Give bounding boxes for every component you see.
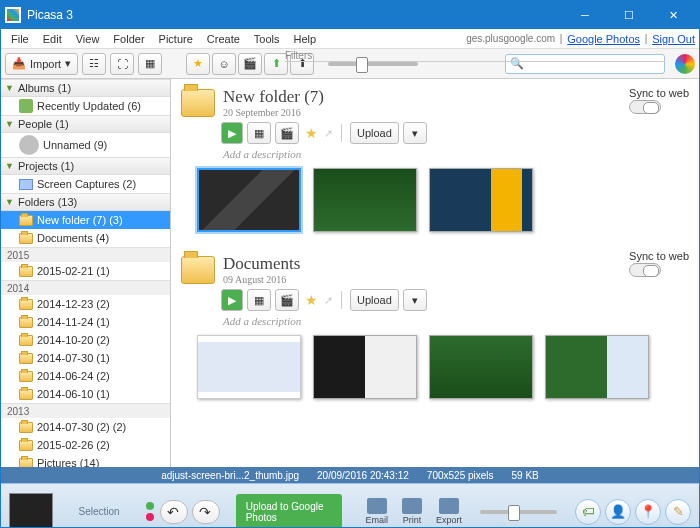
sync-to-web[interactable]: Sync to web — [629, 87, 689, 114]
menubar: File Edit View Folder Picture Create Too… — [1, 29, 699, 49]
filter-star[interactable]: ★ — [186, 53, 210, 75]
sidebar-folder-item[interactable]: 2015-02-26 (2) — [1, 436, 170, 454]
album-icon — [19, 99, 33, 113]
filter-face[interactable]: ☺ — [212, 53, 236, 75]
google-photos-link[interactable]: Google Photos — [567, 33, 640, 45]
thumbnail[interactable] — [313, 335, 417, 399]
upload-button[interactable]: Upload — [350, 289, 399, 311]
tool-btn-2[interactable]: ⛶ — [110, 53, 134, 75]
thumbnail[interactable] — [545, 335, 649, 399]
status-dim: 700x525 pixels — [427, 470, 494, 481]
sidebar-people-header[interactable]: ▼People (1) — [1, 115, 170, 133]
sidebar-item-screen-captures[interactable]: Screen Captures (2) — [1, 175, 170, 193]
bottombar: Selection ↶ ↷ Upload to Google Photos Em… — [1, 483, 699, 528]
sidebar-albums-header[interactable]: ▼Albums (1) — [1, 79, 170, 97]
menu-folder[interactable]: Folder — [107, 31, 150, 47]
sidebar-folder-item[interactable]: 2014-12-23 (2) — [1, 295, 170, 313]
sidebar-item-unnamed[interactable]: Unnamed (9) — [1, 133, 170, 157]
tool-btn-3[interactable]: ▦ — [138, 53, 162, 75]
maximize-button[interactable]: ☐ — [607, 1, 651, 29]
upload-dropdown[interactable]: ▾ — [403, 289, 427, 311]
sidebar-folder-item[interactable]: 2015-02-21 (1) — [1, 262, 170, 280]
tool-btn-1[interactable]: ☷ — [82, 53, 106, 75]
geo-tag-button[interactable]: 📍 — [635, 499, 661, 525]
collage-button[interactable]: ▦ — [247, 289, 271, 311]
upload-google-photos-button[interactable]: Upload to Google Photos — [236, 494, 342, 529]
menu-file[interactable]: File — [5, 31, 35, 47]
rotate-right-button[interactable]: ↷ — [192, 500, 220, 524]
app-logo-icon — [5, 7, 21, 23]
description-field[interactable]: Add a description — [223, 148, 689, 160]
menu-create[interactable]: Create — [201, 31, 246, 47]
email-button[interactable]: Email — [366, 498, 389, 525]
import-button[interactable]: 📥Import▾ — [5, 53, 78, 75]
sidebar-folder-item[interactable]: 2014-06-24 (2) — [1, 367, 170, 385]
thumbnail[interactable] — [313, 168, 417, 232]
filter-slider[interactable] — [328, 62, 418, 66]
thumbnail[interactable] — [197, 335, 301, 399]
sidebar-year: 2015 — [1, 247, 170, 262]
sidebar-item-recently-updated[interactable]: Recently Updated (6) — [1, 97, 170, 115]
people-tag-button[interactable]: 👤 — [605, 499, 631, 525]
folder-icon — [19, 371, 33, 382]
folder-tools: ▶▦🎬★➚Upload▾ — [221, 289, 689, 311]
folder-icon — [19, 335, 33, 346]
folder-header: New folder (7)20 September 2016 — [181, 87, 689, 118]
movie-button[interactable]: 🎬 — [275, 122, 299, 144]
sidebar-folder-item[interactable]: 2014-07-30 (2) (2) — [1, 418, 170, 436]
import-icon: 📥 — [12, 57, 26, 70]
window-title: Picasa 3 — [27, 8, 563, 22]
menu-edit[interactable]: Edit — [37, 31, 68, 47]
print-button[interactable]: Print — [402, 498, 422, 525]
thumbnail[interactable] — [197, 168, 301, 232]
sidebar-projects-header[interactable]: ▼Projects (1) — [1, 157, 170, 175]
filter-movie[interactable]: 🎬 — [238, 53, 262, 75]
play-button[interactable]: ▶ — [221, 122, 243, 144]
star-icon[interactable]: ★ — [303, 125, 320, 141]
selection-thumbnail[interactable] — [9, 493, 53, 529]
print-icon — [402, 498, 422, 514]
menu-view[interactable]: View — [70, 31, 106, 47]
upload-button[interactable]: Upload — [350, 122, 399, 144]
share-icon[interactable]: ➚ — [324, 127, 333, 140]
upload-dropdown[interactable]: ▾ — [403, 122, 427, 144]
google-photos-icon[interactable] — [675, 54, 695, 74]
zoom-slider[interactable] — [480, 510, 557, 514]
pink-pin-icon[interactable] — [146, 513, 154, 521]
collage-button[interactable]: ▦ — [247, 122, 271, 144]
thumbnail[interactable] — [429, 168, 533, 232]
description-field[interactable]: Add a description — [223, 315, 689, 327]
menu-help[interactable]: Help — [288, 31, 323, 47]
export-icon — [439, 498, 459, 514]
folder-date: 20 September 2016 — [223, 107, 324, 118]
info-button[interactable]: ✎ — [665, 499, 691, 525]
movie-button[interactable]: 🎬 — [275, 289, 299, 311]
sidebar-folder-item[interactable]: 2014-11-24 (1) — [1, 313, 170, 331]
sidebar-folder-item[interactable]: 2014-10-20 (2) — [1, 331, 170, 349]
sidebar-folders-header[interactable]: ▼Folders (13) — [1, 193, 170, 211]
tag-button[interactable]: 🏷 — [575, 499, 601, 525]
sidebar-folder-item[interactable]: 2014-07-30 (1) — [1, 349, 170, 367]
sidebar-folder-item[interactable]: Documents (4) — [1, 229, 170, 247]
folder-icon — [19, 389, 33, 400]
folder-icon — [19, 353, 33, 364]
export-button[interactable]: Export — [436, 498, 462, 525]
sidebar-folder-item[interactable]: Pictures (14) — [1, 454, 170, 467]
sidebar-folder-item[interactable]: 2014-06-10 (1) — [1, 385, 170, 403]
play-button[interactable]: ▶ — [221, 289, 243, 311]
sidebar-folder-item[interactable]: New folder (7) (3) — [1, 211, 170, 229]
close-button[interactable]: ✕ — [651, 1, 695, 29]
thumbnail[interactable] — [429, 335, 533, 399]
green-pin-icon[interactable] — [146, 502, 154, 510]
rotate-left-button[interactable]: ↶ — [160, 500, 188, 524]
star-icon[interactable]: ★ — [303, 292, 320, 308]
sign-out-link[interactable]: Sign Out — [652, 33, 695, 45]
share-icon[interactable]: ➚ — [324, 294, 333, 307]
minimize-button[interactable]: ─ — [563, 1, 607, 29]
menu-tools[interactable]: Tools — [248, 31, 286, 47]
menu-picture[interactable]: Picture — [153, 31, 199, 47]
sync-to-web[interactable]: Sync to web — [629, 250, 689, 277]
folder-icon — [19, 299, 33, 310]
status-date: 20/09/2016 20:43:12 — [317, 470, 409, 481]
account-label: ges.plusgoogle.com — [466, 33, 555, 44]
